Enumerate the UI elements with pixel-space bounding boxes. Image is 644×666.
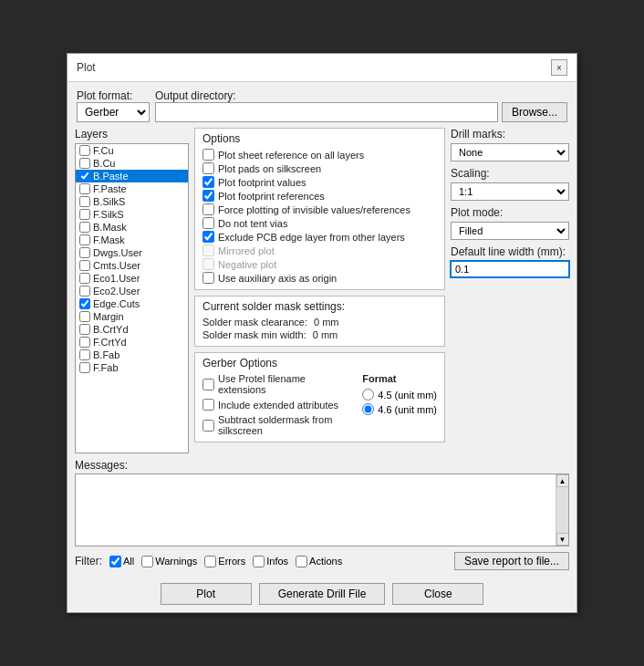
options-title: Options (203, 132, 437, 145)
format-radio-45[interactable]: 4.5 (unit mm) (362, 389, 437, 401)
layer-item[interactable]: F.Mask (76, 234, 188, 246)
gerber-option-row: Use Protel filename extensions (203, 373, 355, 395)
output-label: Output directory: (155, 89, 567, 102)
layer-item[interactable]: F.SilkS (76, 208, 188, 221)
option-row: Use auxiliary axis as origin (203, 272, 437, 284)
drill-marks-select[interactable]: None Small Full (451, 143, 569, 161)
layer-item[interactable]: Dwgs.User (76, 246, 188, 259)
format-select[interactable]: Gerber PostScript SVG DXF (77, 102, 150, 122)
close-button[interactable]: Close (392, 583, 483, 605)
filter-label: Filter: (75, 555, 102, 567)
layer-item[interactable]: F.Fab (76, 361, 188, 374)
format-radio-group: Format 4.5 (unit mm) 4.6 (unit mm) (362, 373, 437, 438)
browse-button[interactable]: Browse... (502, 102, 567, 122)
format-radio-title: Format (362, 373, 437, 384)
messages-scrollbar[interactable]: ▲ ▼ (556, 474, 568, 546)
layer-item[interactable]: F.CrtYd (76, 336, 188, 349)
solder-mask-title: Current solder mask settings: (203, 300, 437, 313)
layer-name: Eco1.User (93, 273, 140, 284)
option-label: Plot footprint references (218, 191, 325, 202)
plot-mode-group: Plot mode: Filled Sketch (451, 206, 569, 240)
option-label: Negative plot (218, 259, 276, 270)
option-label: Mirrored plot (218, 245, 275, 256)
layer-item[interactable]: Edge.Cuts (76, 297, 188, 310)
options-list: Plot sheet reference on all layersPlot p… (203, 149, 437, 284)
solder-mask-clearance: Solder mask clearance: 0 mm (203, 317, 437, 328)
right-panel: Drill marks: None Small Full Scaling: 1:… (451, 128, 569, 453)
option-row: Plot footprint values (203, 176, 437, 188)
layer-item[interactable]: Cmts.User (76, 259, 188, 272)
layer-item[interactable]: B.Cu (76, 157, 188, 170)
bottom-buttons: Plot Generate Drill File Close (68, 578, 576, 612)
solder-mask-min-width: Solder mask min width: 0 mm (203, 329, 437, 340)
option-row: Plot sheet reference on all layers (203, 149, 437, 161)
save-report-button[interactable]: Save report to file... (454, 552, 569, 570)
option-row: Force plotting of invisible values/refer… (203, 203, 437, 215)
plot-button[interactable]: Plot (161, 583, 252, 605)
gerber-option-row: Subtract soldermask from silkscreen (203, 414, 355, 436)
plot-mode-select[interactable]: Filled Sketch (451, 222, 569, 240)
options-group: Options Plot sheet reference on all laye… (194, 128, 445, 290)
format-radio-46[interactable]: 4.6 (unit mm) (362, 403, 437, 415)
option-label: Do not tent vias (218, 218, 287, 229)
messages-label: Messages: (75, 459, 569, 472)
solder-mask-group: Current solder mask settings: Solder mas… (194, 296, 445, 347)
layer-name: Margin (93, 311, 124, 322)
filter-all-label: All (123, 556, 134, 567)
filter-all[interactable]: All (109, 556, 134, 567)
option-row: Exclude PCB edge layer from other layers (203, 231, 437, 243)
layer-item[interactable]: B.SilkS (76, 195, 188, 208)
scroll-down-arrow[interactable]: ▼ (556, 533, 569, 546)
filter-warnings[interactable]: Warnings (141, 556, 197, 567)
layer-item[interactable]: F.Cu (76, 144, 188, 157)
layers-list: F.CuB.CuB.PasteF.PasteB.SilkSF.SilkSB.Ma… (75, 143, 189, 453)
plot-dialog: Plot × Plot format: Gerber PostScript SV… (67, 53, 577, 613)
layers-panel: Layers F.CuB.CuB.PasteF.PasteB.SilkSF.Si… (75, 128, 189, 453)
close-icon-button[interactable]: × (551, 59, 567, 76)
option-label: Plot sheet reference on all layers (218, 150, 364, 161)
output-input[interactable] (155, 102, 498, 122)
layer-name: F.SilkS (93, 209, 124, 220)
option-label: Plot footprint values (218, 177, 306, 188)
option-row: Negative plot (203, 258, 437, 270)
option-label: Force plotting of invisible values/refer… (218, 204, 410, 215)
layer-item[interactable]: Margin (76, 310, 188, 323)
scaling-select[interactable]: 1:1 1:2 2:1 (451, 182, 569, 201)
filter-errors[interactable]: Errors (204, 556, 245, 567)
line-width-input[interactable]: 0.1 (451, 261, 569, 277)
scroll-track (556, 487, 568, 533)
filter-errors-label: Errors (218, 556, 245, 567)
layer-name: Cmts.User (93, 260, 140, 271)
layer-item[interactable]: B.Paste (76, 170, 188, 182)
gerber-checks: Use Protel filename extensionsInclude ex… (203, 373, 355, 438)
scaling-label: Scaling: (451, 167, 569, 180)
gerber-options-inner: Use Protel filename extensionsInclude ex… (203, 373, 437, 438)
option-label: Plot pads on silkscreen (218, 163, 321, 174)
format-radio-45-label: 4.5 (unit mm) (378, 390, 437, 401)
option-row: Do not tent vias (203, 217, 437, 229)
filter-actions[interactable]: Actions (296, 556, 342, 567)
layer-item[interactable]: B.CrtYd (76, 323, 188, 336)
generate-drill-button[interactable]: Generate Drill File (259, 583, 386, 605)
layer-item[interactable]: Eco1.User (76, 272, 188, 285)
line-width-group: Default line width (mm): 0.1 (451, 245, 569, 277)
option-row: Plot footprint references (203, 190, 437, 202)
filter-infos-label: Infos (266, 556, 288, 567)
scroll-up-arrow[interactable]: ▲ (556, 474, 569, 487)
title-bar: Plot × (68, 54, 576, 82)
layer-item[interactable]: F.Paste (76, 182, 188, 195)
layer-name: F.CrtYd (93, 337, 127, 348)
scaling-group: Scaling: 1:1 1:2 2:1 (451, 167, 569, 201)
gerber-option-row: Include extended attributes (203, 399, 355, 411)
layer-item[interactable]: Eco2.User (76, 285, 188, 297)
layer-item[interactable]: B.Mask (76, 221, 188, 234)
layer-name: B.Paste (93, 171, 129, 182)
layer-name: F.Mask (93, 234, 125, 245)
format-block: Plot format: Gerber PostScript SVG DXF (77, 89, 150, 122)
filter-infos[interactable]: Infos (253, 556, 288, 567)
layer-name: B.SilkS (93, 196, 125, 207)
layer-name: B.Fab (93, 349, 119, 360)
main-section: Layers F.CuB.CuB.PasteF.PasteB.SilkSF.Si… (75, 128, 569, 453)
layer-item[interactable]: B.Fab (76, 349, 188, 361)
layer-name: B.CrtYd (93, 324, 129, 335)
